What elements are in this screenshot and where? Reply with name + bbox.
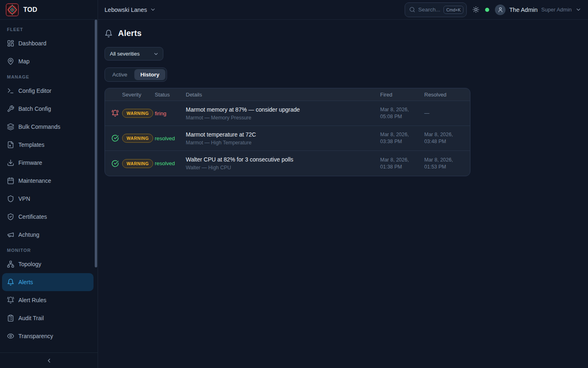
- table-row[interactable]: WARNING resolved Walter CPU at 82% for 3…: [105, 151, 470, 176]
- resolved-timestamp: Mar 8, 2026, 03:48 PM: [424, 131, 463, 145]
- megaphone-icon: [7, 231, 14, 238]
- chevron-down-icon: [153, 51, 159, 57]
- search-placeholder: Search...: [418, 7, 441, 13]
- section-label-manage: MANAGE: [0, 74, 98, 79]
- search-icon: [409, 7, 415, 13]
- check-circle-icon: [111, 160, 122, 167]
- user-icon: [497, 7, 503, 13]
- sidebar-item-label: Alert Rules: [18, 297, 46, 303]
- fired-timestamp: Mar 8, 2026, 03:38 PM: [380, 131, 424, 145]
- table-header: Severity Status Details Fired Resolved: [105, 88, 470, 101]
- check-circle-icon: [111, 135, 122, 142]
- network-icon: [7, 260, 14, 268]
- alerts-tabs: Active History: [105, 67, 167, 82]
- table-row[interactable]: WARNING firing Marmot memory at 87% — co…: [105, 101, 470, 126]
- resolved-timestamp: Mar 8, 2026, 01:53 PM: [424, 157, 463, 171]
- shield-check-icon: [7, 213, 14, 220]
- alert-title: Marmot memory at 87% — consider upgrade: [186, 106, 375, 113]
- severity-filter-select[interactable]: All severities: [105, 47, 163, 61]
- sidebar-collapse-button[interactable]: [0, 352, 98, 368]
- page-title: Alerts: [118, 29, 142, 38]
- resolved-timestamp: —: [424, 110, 463, 117]
- chevron-down-icon: [150, 7, 156, 13]
- sidebar-item-topology[interactable]: Topology: [2, 255, 94, 273]
- bell-icon: [105, 29, 113, 38]
- section-label-monitor: MONITOR: [0, 248, 98, 253]
- sidebar-item-firmware[interactable]: Firmware: [2, 154, 94, 172]
- column-status: Status: [155, 92, 186, 98]
- sidebar-nav: FLEET Dashboard Map MANAGE Config Editor: [0, 20, 98, 352]
- online-status-dot: [485, 8, 489, 12]
- sidebar-item-label: Achtung: [18, 231, 39, 238]
- column-fired: Fired: [380, 92, 424, 98]
- sidebar-item-map[interactable]: Map: [2, 52, 94, 70]
- bell-ring-icon: [7, 296, 14, 304]
- sidebar-item-label: Map: [18, 58, 29, 65]
- theme-toggle-button[interactable]: [472, 6, 479, 13]
- tab-history[interactable]: History: [134, 69, 166, 80]
- sidebar-item-label: Firmware: [18, 159, 42, 166]
- table-row[interactable]: WARNING resolved Marmot temperature at 7…: [105, 126, 470, 151]
- column-severity: Severity: [122, 92, 155, 98]
- sidebar-item-label: Transparency: [18, 333, 53, 339]
- sun-icon: [472, 6, 479, 13]
- sidebar-item-audit-trail[interactable]: Audit Trail: [2, 309, 94, 327]
- avatar: [495, 4, 506, 15]
- severity-badge: WARNING: [122, 134, 153, 143]
- org-name: Lebowski Lanes: [105, 7, 147, 13]
- sidebar-item-dashboard[interactable]: Dashboard: [2, 34, 94, 52]
- calendar-icon: [7, 177, 14, 184]
- sidebar-item-vpn[interactable]: VPN: [2, 190, 94, 208]
- sidebar-item-maintenance[interactable]: Maintenance: [2, 172, 94, 190]
- sidebar-item-label: Audit Trail: [18, 315, 44, 321]
- shield-icon: [7, 195, 14, 202]
- fired-timestamp: Mar 8, 2026, 05:08 PM: [380, 106, 424, 120]
- sidebar-item-config-editor[interactable]: Config Editor: [2, 82, 94, 100]
- sidebar-item-label: Templates: [18, 141, 45, 148]
- alert-subtitle: Marmot — High Temperature: [186, 140, 375, 146]
- eye-icon: [7, 332, 14, 340]
- bell-ring-icon: [111, 110, 122, 117]
- sidebar-item-label: Config Editor: [18, 88, 51, 94]
- sidebar-item-transparency[interactable]: Transparency: [2, 327, 94, 345]
- terminal-icon: [7, 87, 14, 94]
- sidebar-scrollbar[interactable]: [95, 20, 97, 267]
- org-switcher[interactable]: Lebowski Lanes: [105, 7, 156, 13]
- sidebar-item-certificates[interactable]: Certificates: [2, 208, 94, 226]
- chevron-down-icon: [575, 7, 581, 13]
- search-input[interactable]: Search... Cmd+K: [405, 2, 467, 17]
- download-icon: [7, 159, 14, 166]
- sidebar-item-bulk-commands[interactable]: Bulk Commands: [2, 118, 94, 136]
- sidebar-item-templates[interactable]: Templates: [2, 136, 94, 154]
- chevron-left-icon: [46, 357, 52, 364]
- severity-badge: WARNING: [122, 109, 153, 118]
- sidebar-item-batch-config[interactable]: Batch Config: [2, 100, 94, 118]
- sidebar-item-alert-rules[interactable]: Alert Rules: [2, 291, 94, 309]
- section-label-fleet: FLEET: [0, 27, 98, 32]
- sidebar-item-achtung[interactable]: Achtung: [2, 226, 94, 244]
- map-pin-icon: [7, 58, 14, 65]
- status-text: resolved: [155, 160, 186, 166]
- bell-icon: [7, 278, 14, 286]
- search-shortcut-kbd: Cmd+K: [443, 6, 463, 14]
- sidebar-item-label: Topology: [18, 261, 41, 267]
- sidebar-item-alerts[interactable]: Alerts: [2, 273, 94, 291]
- alerts-table: Severity Status Details Fired Resolved W…: [105, 88, 470, 176]
- sidebar-item-label: Certificates: [18, 213, 47, 220]
- wrench-icon: [7, 105, 14, 112]
- layout-dashboard-icon: [7, 40, 14, 47]
- sidebar-item-label: Maintenance: [18, 177, 51, 184]
- layers-icon: [7, 123, 14, 130]
- user-role: Super Admin: [541, 7, 572, 13]
- topbar: Lebowski Lanes Search... Cmd+K: [98, 0, 588, 20]
- user-name: The Admin: [509, 7, 537, 13]
- sidebar: TOD FLEET Dashboard Map MANAGE Config Ed…: [0, 0, 98, 368]
- main-area: Lebowski Lanes Search... Cmd+K: [98, 0, 588, 368]
- severity-filter-value: All severities: [110, 51, 150, 57]
- logo-row: TOD: [0, 0, 98, 20]
- sidebar-item-label: Dashboard: [18, 40, 47, 47]
- severity-badge: WARNING: [122, 159, 153, 168]
- user-menu[interactable]: The Admin Super Admin: [495, 4, 581, 15]
- fired-timestamp: Mar 8, 2026, 01:38 PM: [380, 157, 424, 171]
- tab-active[interactable]: Active: [106, 69, 134, 80]
